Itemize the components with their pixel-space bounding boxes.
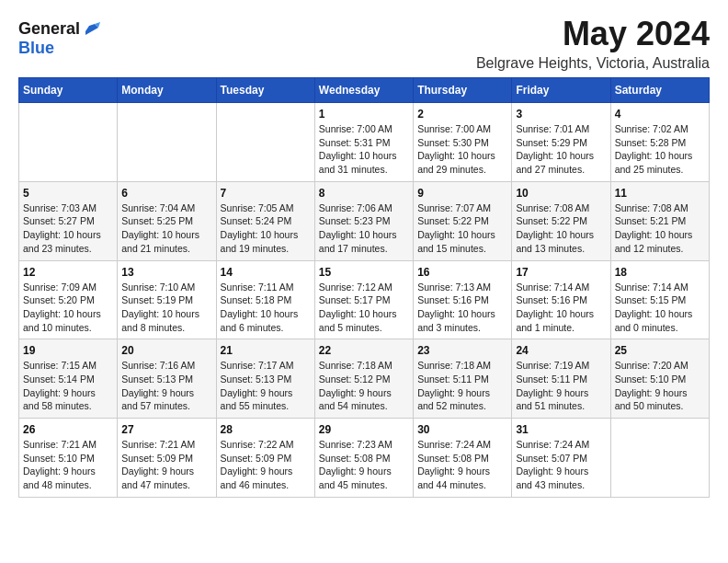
day-info: Sunrise: 7:01 AM Sunset: 5:29 PM Dayligh… (516, 122, 606, 177)
calendar-cell: 5Sunrise: 7:03 AM Sunset: 5:27 PM Daylig… (19, 181, 118, 260)
day-number: 12 (23, 266, 113, 279)
calendar-cell (216, 103, 314, 182)
calendar-cell: 17Sunrise: 7:14 AM Sunset: 5:16 PM Dayli… (512, 260, 610, 339)
calendar-cell: 19Sunrise: 7:15 AM Sunset: 5:14 PM Dayli… (19, 339, 118, 419)
calendar-cell: 4Sunrise: 7:02 AM Sunset: 5:28 PM Daylig… (610, 103, 709, 182)
day-number: 7 (221, 187, 311, 200)
calendar-cell: 22Sunrise: 7:18 AM Sunset: 5:12 PM Dayli… (314, 339, 413, 419)
day-info: Sunrise: 7:20 AM Sunset: 5:10 PM Dayligh… (615, 359, 705, 413)
day-number: 13 (121, 266, 211, 279)
day-info: Sunrise: 7:09 AM Sunset: 5:20 PM Dayligh… (23, 281, 113, 335)
calendar-cell: 18Sunrise: 7:14 AM Sunset: 5:15 PM Dayli… (610, 260, 709, 339)
day-number: 30 (417, 423, 507, 436)
day-info: Sunrise: 7:06 AM Sunset: 5:23 PM Dayligh… (319, 201, 409, 256)
page-header: General Blue May 2024 Belgrave Heights, … (18, 15, 710, 72)
day-info: Sunrise: 7:17 AM Sunset: 5:13 PM Dayligh… (221, 359, 311, 413)
day-number: 9 (417, 187, 507, 200)
day-number: 17 (516, 266, 606, 279)
day-header-tuesday: Tuesday (216, 78, 314, 103)
day-info: Sunrise: 7:02 AM Sunset: 5:28 PM Dayligh… (615, 122, 705, 177)
day-info: Sunrise: 7:15 AM Sunset: 5:14 PM Dayligh… (23, 359, 113, 413)
day-header-monday: Monday (118, 78, 216, 103)
day-number: 1 (319, 108, 409, 121)
calendar-cell: 23Sunrise: 7:18 AM Sunset: 5:11 PM Dayli… (414, 339, 512, 419)
calendar-cell: 12Sunrise: 7:09 AM Sunset: 5:20 PM Dayli… (19, 260, 118, 339)
day-info: Sunrise: 7:00 AM Sunset: 5:31 PM Dayligh… (319, 122, 409, 177)
day-info: Sunrise: 7:21 AM Sunset: 5:10 PM Dayligh… (23, 438, 113, 492)
day-number: 11 (615, 187, 705, 200)
logo-blue: Blue (18, 39, 54, 58)
calendar-cell: 8Sunrise: 7:06 AM Sunset: 5:23 PM Daylig… (314, 181, 413, 260)
logo-general: General (18, 19, 80, 39)
calendar-cell: 1Sunrise: 7:00 AM Sunset: 5:31 PM Daylig… (314, 103, 413, 182)
calendar-cell (118, 103, 216, 182)
day-number: 6 (121, 187, 211, 200)
day-info: Sunrise: 7:22 AM Sunset: 5:09 PM Dayligh… (221, 438, 311, 492)
calendar-cell: 2Sunrise: 7:00 AM Sunset: 5:30 PM Daylig… (414, 103, 512, 182)
day-number: 5 (23, 187, 113, 200)
logo: General Blue (18, 18, 102, 58)
day-number: 21 (221, 344, 311, 357)
subtitle: Belgrave Heights, Victoria, Australia (476, 55, 710, 72)
day-info: Sunrise: 7:18 AM Sunset: 5:11 PM Dayligh… (417, 359, 507, 413)
day-info: Sunrise: 7:10 AM Sunset: 5:19 PM Dayligh… (121, 281, 211, 335)
calendar-cell: 30Sunrise: 7:24 AM Sunset: 5:08 PM Dayli… (414, 419, 512, 498)
day-number: 16 (417, 266, 507, 279)
main-title: May 2024 (476, 15, 710, 53)
day-info: Sunrise: 7:12 AM Sunset: 5:17 PM Dayligh… (319, 281, 409, 335)
calendar-cell: 3Sunrise: 7:01 AM Sunset: 5:29 PM Daylig… (512, 103, 610, 182)
day-number: 23 (417, 344, 507, 357)
day-number: 31 (516, 423, 606, 436)
day-info: Sunrise: 7:24 AM Sunset: 5:08 PM Dayligh… (417, 438, 507, 492)
calendar-cell: 6Sunrise: 7:04 AM Sunset: 5:25 PM Daylig… (118, 181, 216, 260)
day-number: 4 (615, 108, 705, 121)
calendar-cell: 7Sunrise: 7:05 AM Sunset: 5:24 PM Daylig… (216, 181, 314, 260)
day-header-thursday: Thursday (414, 78, 512, 103)
day-info: Sunrise: 7:11 AM Sunset: 5:18 PM Dayligh… (221, 281, 311, 335)
calendar-cell: 11Sunrise: 7:08 AM Sunset: 5:21 PM Dayli… (610, 181, 709, 260)
day-number: 10 (516, 187, 606, 200)
day-header-wednesday: Wednesday (314, 78, 413, 103)
week-row-2: 5Sunrise: 7:03 AM Sunset: 5:27 PM Daylig… (19, 181, 710, 260)
calendar-cell: 21Sunrise: 7:17 AM Sunset: 5:13 PM Dayli… (216, 339, 314, 419)
day-info: Sunrise: 7:18 AM Sunset: 5:12 PM Dayligh… (319, 359, 409, 413)
calendar-cell: 20Sunrise: 7:16 AM Sunset: 5:13 PM Dayli… (118, 339, 216, 419)
header-row: SundayMondayTuesdayWednesdayThursdayFrid… (19, 78, 710, 103)
day-header-friday: Friday (512, 78, 610, 103)
day-number: 20 (121, 344, 211, 357)
day-number: 19 (23, 344, 113, 357)
calendar-cell: 14Sunrise: 7:11 AM Sunset: 5:18 PM Dayli… (216, 260, 314, 339)
day-number: 18 (615, 266, 705, 279)
day-info: Sunrise: 7:08 AM Sunset: 5:21 PM Dayligh… (615, 201, 705, 256)
day-number: 15 (319, 266, 409, 279)
calendar-cell: 25Sunrise: 7:20 AM Sunset: 5:10 PM Dayli… (610, 339, 709, 419)
day-number: 24 (516, 344, 606, 357)
day-number: 14 (221, 266, 311, 279)
week-row-3: 12Sunrise: 7:09 AM Sunset: 5:20 PM Dayli… (19, 260, 710, 339)
day-info: Sunrise: 7:07 AM Sunset: 5:22 PM Dayligh… (417, 201, 507, 256)
calendar-cell (19, 103, 118, 182)
day-info: Sunrise: 7:23 AM Sunset: 5:08 PM Dayligh… (319, 438, 409, 492)
day-info: Sunrise: 7:05 AM Sunset: 5:24 PM Dayligh… (221, 201, 311, 256)
calendar-cell: 29Sunrise: 7:23 AM Sunset: 5:08 PM Dayli… (314, 419, 413, 498)
calendar-cell: 27Sunrise: 7:21 AM Sunset: 5:09 PM Dayli… (118, 419, 216, 498)
calendar-table: SundayMondayTuesdayWednesdayThursdayFrid… (18, 77, 710, 498)
day-number: 26 (23, 423, 113, 436)
day-info: Sunrise: 7:14 AM Sunset: 5:15 PM Dayligh… (615, 281, 705, 335)
day-number: 2 (417, 108, 507, 121)
week-row-4: 19Sunrise: 7:15 AM Sunset: 5:14 PM Dayli… (19, 339, 710, 419)
day-number: 27 (121, 423, 211, 436)
day-number: 8 (319, 187, 409, 200)
calendar-cell: 16Sunrise: 7:13 AM Sunset: 5:16 PM Dayli… (414, 260, 512, 339)
logo-icon (82, 18, 102, 39)
calendar-cell: 15Sunrise: 7:12 AM Sunset: 5:17 PM Dayli… (314, 260, 413, 339)
calendar-cell: 10Sunrise: 7:08 AM Sunset: 5:22 PM Dayli… (512, 181, 610, 260)
day-number: 28 (221, 423, 311, 436)
day-info: Sunrise: 7:00 AM Sunset: 5:30 PM Dayligh… (417, 122, 507, 177)
title-section: May 2024 Belgrave Heights, Victoria, Aus… (476, 15, 710, 72)
day-info: Sunrise: 7:16 AM Sunset: 5:13 PM Dayligh… (121, 359, 211, 413)
day-number: 22 (319, 344, 409, 357)
day-info: Sunrise: 7:04 AM Sunset: 5:25 PM Dayligh… (121, 201, 211, 256)
day-number: 25 (615, 344, 705, 357)
day-info: Sunrise: 7:14 AM Sunset: 5:16 PM Dayligh… (516, 281, 606, 335)
